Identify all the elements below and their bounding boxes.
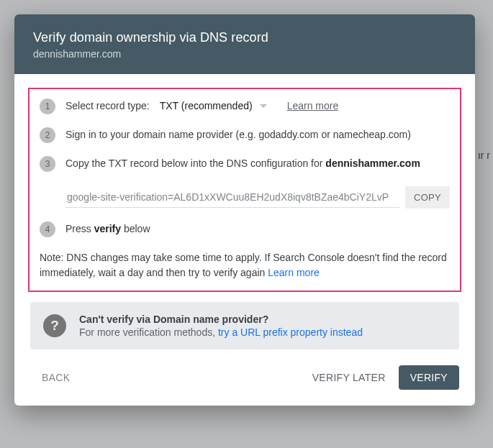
step-2-text: Sign in to your domain name provider (e.… [65, 127, 450, 140]
step-4: 4 Press verify below [40, 221, 450, 237]
learn-more-link[interactable]: Learn more [287, 100, 339, 111]
verify-button[interactable]: VERIFY [399, 365, 459, 390]
txt-record-row: COPY [65, 186, 450, 209]
step-3-body: Copy the TXT record below into the DNS c… [65, 156, 450, 209]
txt-record-input[interactable] [65, 187, 399, 208]
dialog-header: Verify domain ownership via DNS record d… [14, 14, 475, 74]
step-3-prefix: Copy the TXT record below into the DNS c… [65, 157, 325, 169]
step-4-body: Press verify below [65, 221, 450, 234]
step-number: 1 [40, 99, 55, 114]
url-prefix-link[interactable]: try a URL prefix property instead [218, 326, 363, 338]
step-1-body: Select record type: TXT (recommended) Le… [65, 99, 450, 111]
note-text: Note: DNS changes may take some time to … [40, 252, 447, 278]
alt-sub-prefix: For more verification methods, [79, 326, 218, 338]
record-type-dropdown[interactable]: TXT (recommended) [160, 100, 253, 111]
copy-button[interactable]: COPY [405, 186, 450, 209]
step-1-label: Select record type: [65, 100, 150, 111]
step-number: 2 [40, 127, 55, 143]
step-3: 3 Copy the TXT record below into the DNS… [40, 156, 450, 209]
alt-subtext: For more verification methods, try a URL… [79, 326, 363, 338]
background-text: ır r [478, 150, 490, 161]
step-2: 2 Sign in to your domain name provider (… [40, 127, 450, 143]
instructions-box: 1 Select record type: TXT (recommended) … [28, 88, 461, 292]
alt-title: Can't verify via Domain name provider? [79, 314, 363, 325]
step-number: 4 [40, 221, 55, 237]
dialog-footer: BACK VERIFY LATER VERIFY [14, 349, 475, 406]
chevron-down-icon[interactable] [260, 104, 267, 108]
step-1: 1 Select record type: TXT (recommended) … [40, 99, 450, 114]
note-learn-more-link[interactable]: Learn more [268, 267, 320, 278]
back-button[interactable]: BACK [33, 366, 78, 389]
step-4-prefix: Press [65, 223, 94, 234]
step-number: 3 [40, 156, 55, 172]
step-3-domain: dennishammer.com [325, 157, 420, 169]
verify-dns-dialog: Verify domain ownership via DNS record d… [14, 14, 475, 406]
verify-later-button[interactable]: VERIFY LATER [304, 366, 394, 389]
alternate-verification-box: ? Can't verify via Domain name provider?… [30, 302, 459, 349]
help-icon: ? [43, 314, 66, 337]
step-4-bold: verify [94, 223, 121, 234]
dns-note: Note: DNS changes may take some time to … [40, 250, 450, 280]
dialog-title: Verify domain ownership via DNS record [33, 30, 456, 45]
step-4-suffix: below [121, 223, 150, 234]
dialog-subtitle: dennishammer.com [33, 48, 456, 60]
